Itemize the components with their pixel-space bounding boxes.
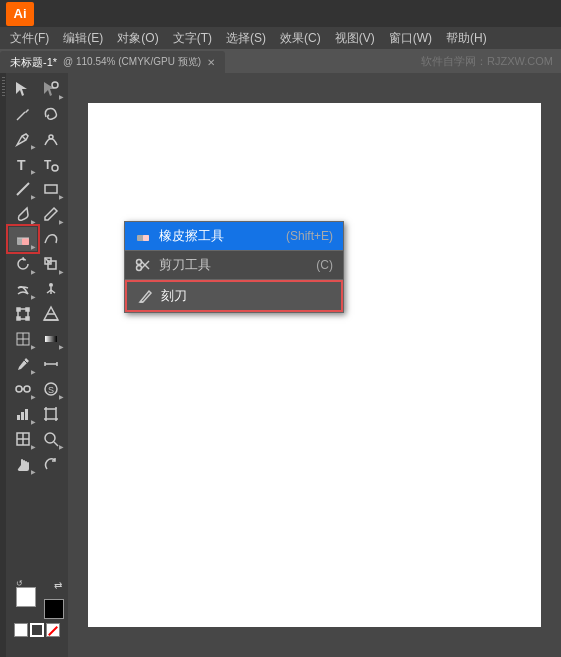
paintbrush-button[interactable]: ▶ — [9, 202, 37, 226]
flyout-eraser-shortcut: (Shift+E) — [286, 229, 333, 243]
menu-view[interactable]: 视图(V) — [329, 28, 381, 49]
menu-select[interactable]: 选择(S) — [220, 28, 272, 49]
svg-rect-26 — [26, 317, 29, 320]
svg-rect-24 — [26, 308, 29, 311]
slice-button[interactable]: ▶ — [9, 427, 37, 451]
rect-arrow-icon: ▶ — [59, 193, 64, 200]
flyout-knife-label: 刻刀 — [161, 287, 187, 305]
swap-colors-icon[interactable]: ⇄ — [52, 579, 64, 591]
tool-row-eraser: ▶ — [6, 227, 68, 251]
menu-file[interactable]: 文件(F) — [4, 28, 55, 49]
tool-row-8: ▶ ▶ — [6, 252, 68, 276]
svg-point-39 — [24, 386, 30, 392]
tool-row-12: ▶ — [6, 352, 68, 376]
knife-flyout-icon — [137, 288, 153, 304]
curvature-button[interactable] — [37, 127, 65, 151]
hand-arrow-icon: ▶ — [31, 468, 36, 475]
magic-wand-button[interactable] — [9, 102, 37, 126]
menu-edit[interactable]: 编辑(E) — [57, 28, 109, 49]
blend-arrow-icon: ▶ — [31, 393, 36, 400]
puppet-warp-button[interactable] — [37, 277, 65, 301]
tool-row-line: ▶ ▶ — [6, 177, 68, 201]
lasso-button[interactable] — [37, 102, 65, 126]
symbol-arrow-icon: ▶ — [59, 393, 64, 400]
stroke-color-swatch[interactable] — [44, 599, 64, 619]
toolbar-container: ▶ ▶ — [0, 73, 68, 657]
svg-point-2 — [52, 82, 58, 88]
rect-tool-button[interactable]: ▶ — [37, 177, 65, 201]
active-tab[interactable]: 未标题-1* @ 110.54% (CMYK/GPU 预览) ✕ — [0, 51, 225, 73]
menu-window[interactable]: 窗口(W) — [383, 28, 438, 49]
scale-button[interactable]: ▶ — [37, 252, 65, 276]
touch-type-button[interactable]: T — [37, 152, 65, 176]
fill-color-swatch[interactable] — [16, 587, 36, 607]
perspective-grid-button[interactable] — [37, 302, 65, 326]
direct-selection-tool-button[interactable]: ▶ — [37, 77, 65, 101]
svg-line-58 — [54, 442, 58, 446]
gradient-button[interactable]: ▶ — [37, 327, 65, 351]
mesh-button[interactable]: ▶ — [9, 327, 37, 351]
none-mode-box[interactable] — [46, 623, 60, 637]
svg-rect-23 — [17, 308, 20, 311]
smooth-tool-button[interactable] — [37, 227, 65, 251]
menu-bar: 文件(F) 编辑(E) 对象(O) 文字(T) 选择(S) 效果(C) 视图(V… — [0, 27, 561, 49]
line-tool-button[interactable]: ▶ — [9, 177, 37, 201]
svg-text:T: T — [17, 157, 26, 173]
fill-mode-box[interactable] — [14, 623, 28, 637]
pencil-arrow-icon: ▶ — [59, 218, 64, 225]
tool-row-9: ▶ — [6, 277, 68, 301]
tab-bar: 未标题-1* @ 110.54% (CMYK/GPU 预览) ✕ 软件自学网：R… — [0, 49, 561, 73]
main-area: ▶ ▶ — [0, 73, 561, 657]
tool-row-pen: ▶ — [6, 127, 68, 151]
tool-row-13: ▶ S ▶ — [6, 377, 68, 401]
flyout-eraser-tool[interactable]: 橡皮擦工具 (Shift+E) — [125, 222, 343, 250]
tool-row-type: T ▶ T — [6, 152, 68, 176]
artboard-button[interactable] — [37, 402, 65, 426]
scissors-flyout-icon — [135, 257, 151, 273]
hand-button[interactable]: ▶ — [9, 452, 37, 476]
ai-logo: Ai — [6, 2, 34, 26]
type-tool-button[interactable]: T ▶ — [9, 152, 37, 176]
menu-effect[interactable]: 效果(C) — [274, 28, 327, 49]
toolbar-bottom: ⇄ ↺ — [12, 579, 68, 637]
warp-button[interactable]: ▶ — [9, 277, 37, 301]
column-graph-button[interactable]: ▶ — [9, 402, 37, 426]
toolbar: ▶ ▶ — [6, 73, 68, 657]
pen-tool-button[interactable]: ▶ — [9, 127, 37, 151]
toolbar-edge-dots — [2, 77, 5, 97]
flyout-scissors-tool[interactable]: 剪刀工具 (C) — [125, 251, 343, 279]
menu-type[interactable]: 文字(T) — [167, 28, 218, 49]
flyout-menu: 橡皮擦工具 (Shift+E) 剪刀工具 (C) — [124, 221, 344, 313]
tool-row-11: ▶ ▶ — [6, 327, 68, 351]
scale-arrow-icon: ▶ — [59, 268, 64, 275]
blend-button[interactable]: ▶ — [9, 377, 37, 401]
symbol-button[interactable]: S ▶ — [37, 377, 65, 401]
gradient-arrow-icon: ▶ — [59, 343, 64, 350]
flyout-knife-tool[interactable]: 刻刀 — [125, 280, 343, 312]
zoom-button[interactable]: ▶ — [37, 427, 65, 451]
graph-arrow-icon: ▶ — [31, 418, 36, 425]
rotate-view-button[interactable] — [37, 452, 65, 476]
menu-object[interactable]: 对象(O) — [111, 28, 164, 49]
free-transform-button[interactable] — [9, 302, 37, 326]
canvas-area: 橡皮擦工具 (Shift+E) 剪刀工具 (C) — [68, 73, 561, 657]
eraser-arrow-icon: ▶ — [31, 243, 36, 250]
eyedropper-button[interactable]: ▶ — [9, 352, 37, 376]
tool-arrow-icon: ▶ — [59, 93, 64, 100]
svg-rect-13 — [22, 238, 29, 245]
rotate-button[interactable]: ▶ — [9, 252, 37, 276]
title-bar: Ai — [0, 0, 561, 27]
default-colors-icon[interactable]: ↺ — [16, 579, 26, 589]
eraser-tool-button[interactable]: ▶ — [9, 227, 37, 251]
pencil-button[interactable]: ▶ — [37, 202, 65, 226]
menu-help[interactable]: 帮助(H) — [440, 28, 493, 49]
tool-row-brush: ▶ ▶ — [6, 202, 68, 226]
selection-tool-button[interactable] — [9, 77, 37, 101]
flyout-scissors-label: 剪刀工具 — [159, 256, 211, 274]
tab-close-button[interactable]: ✕ — [207, 57, 215, 68]
svg-point-18 — [49, 283, 53, 287]
svg-marker-0 — [16, 82, 27, 96]
measure-button[interactable] — [37, 352, 65, 376]
stroke-mode-box[interactable] — [30, 623, 44, 637]
brush-arrow-icon: ▶ — [31, 218, 36, 225]
